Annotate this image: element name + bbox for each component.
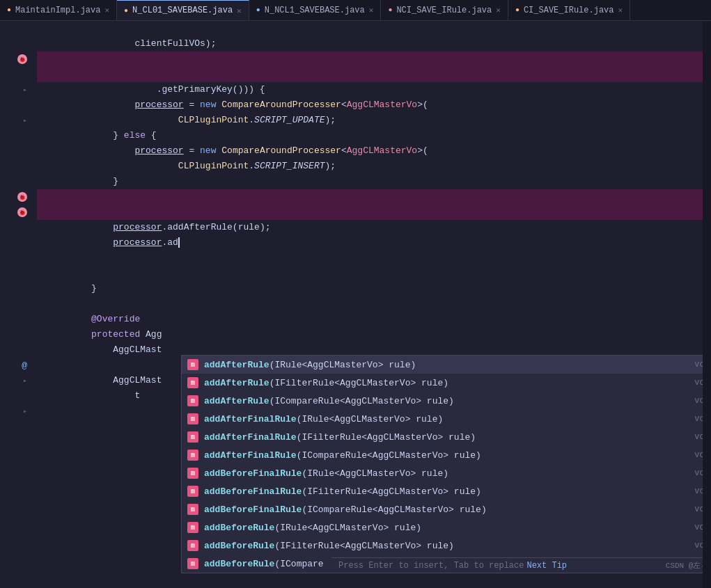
gutter-line-20 xyxy=(0,312,31,327)
ac-method-icon-11: m xyxy=(187,540,198,551)
gutter-line-1 xyxy=(0,21,31,36)
gutter-line-23: @ xyxy=(0,358,31,373)
gutter-line-5: ▸ xyxy=(0,82,31,97)
fold-dot-7[interactable]: ▸ xyxy=(23,116,27,125)
gutter-line-25 xyxy=(0,388,31,404)
tab-maintainimpl[interactable]: ● MaintainImpl.java ✕ xyxy=(0,0,117,21)
tab-nci[interactable]: ● NCI_SAVE_IRule.java ✕ xyxy=(381,0,508,21)
ac-method-text-2: addAfterRule(IFilterRule<AggCLMasterVo> … xyxy=(204,378,689,388)
ac-method-text-6: addAfterFinalRule(ICompareRule<AggCLMast… xyxy=(204,450,689,461)
ac-method-text-1: addAfterRule(IRule<AggCLMasterVo> rule) xyxy=(204,360,689,370)
ac-method-icon-10: m xyxy=(187,522,198,533)
tab-icon-ci: ● xyxy=(515,6,519,14)
code-line-5: processor = new CompareAroundProcesser<A… xyxy=(37,82,703,97)
gutter-line-17 xyxy=(0,266,31,281)
code-line-3: if (!StringUtil.isEmptyWithTrim(clientFu… xyxy=(37,51,703,67)
ac-method-icon-3: m xyxy=(187,395,198,406)
gutter-line-3: 🐞 xyxy=(0,51,31,67)
gutter-line-8 xyxy=(0,128,31,143)
code-line-9: CLPluginPoint.SCRIPT_INSERT); xyxy=(37,143,703,159)
gutter-line-22 xyxy=(0,342,31,358)
ac-method-icon-8: m xyxy=(187,486,198,497)
tab-close-ci[interactable]: ✕ xyxy=(618,6,623,15)
code-line-17: } xyxy=(37,266,703,281)
code-line-15 xyxy=(37,235,703,251)
csdn-label: CSDN @左-右 xyxy=(666,560,703,571)
code-line-2: clientFullVOs = tool.getClientFullInfoBi… xyxy=(37,36,703,51)
autocomplete-item-10[interactable]: m addBeforeRule(IRule<AggCLMasterVo> rul… xyxy=(182,518,703,537)
tab-icon-nci: ● xyxy=(388,6,392,14)
autocomplete-item-3[interactable]: m addAfterRule(ICompareRule<AggCLMasterV… xyxy=(182,392,703,410)
breakpoint-13[interactable]: 🐞 xyxy=(17,207,27,217)
ac-type-10: void xyxy=(694,523,703,532)
ac-method-text-8: addBeforeFinalRule(IFilterRule<AggCLMast… xyxy=(204,486,689,497)
autocomplete-item-7[interactable]: m addBeforeFinalRule(IRule<AggCLMasterVo… xyxy=(182,464,703,482)
ac-method-text-5: addAfterFinalRule(IFilterRule<AggCLMaste… xyxy=(204,432,689,443)
gutter-line-24: ▸ xyxy=(0,373,31,388)
next-tip-button[interactable]: Next Tip xyxy=(526,561,567,571)
autocomplete-item-11[interactable]: m addBeforeRule(IFilterRule<AggCLMasterV… xyxy=(182,537,703,555)
tab-ncl01[interactable]: ● N_CL01_SAVEBASE.java ✕ xyxy=(117,0,249,21)
tab-bar: ● MaintainImpl.java ✕ ● N_CL01_SAVEBASE.… xyxy=(0,0,711,21)
code-line-19: @Override xyxy=(37,296,703,312)
ac-type-3: void xyxy=(694,396,703,406)
gutter-line-14 xyxy=(0,220,31,235)
fold-dot-5[interactable]: ▸ xyxy=(23,86,27,94)
tab-icon-ncl1: ● xyxy=(256,6,260,14)
tab-close-ncl1[interactable]: ✕ xyxy=(369,6,374,15)
ac-type-7: void xyxy=(694,468,703,478)
ac-method-icon-5: m xyxy=(187,431,198,443)
gutter-line-6 xyxy=(0,97,31,113)
ac-method-icon-1: m xyxy=(187,359,198,370)
ac-method-icon-6: m xyxy=(187,450,198,461)
ac-type-1: void xyxy=(694,360,703,370)
gutter-line-12: 🐞 xyxy=(0,189,31,205)
at-icon-23: @ xyxy=(22,360,27,371)
gutter-line-13: 🐞 xyxy=(0,205,31,220)
code-line-8: processor = new CompareAroundProcesser<A… xyxy=(37,128,703,143)
ac-type-11: void xyxy=(694,541,703,550)
tab-close-maintainimpl[interactable]: ✕ xyxy=(104,6,109,15)
autocomplete-item-1[interactable]: m addAfterRule(IRule<AggCLMasterVo> rule… xyxy=(182,356,703,374)
tab-close-ncl01[interactable]: ✕ xyxy=(237,6,242,15)
ac-type-4: void xyxy=(694,414,703,424)
ac-method-text-11: addBeforeRule(IFilterRule<AggCLMasterVo>… xyxy=(204,541,689,551)
gutter-line-21 xyxy=(0,327,31,342)
tab-ci[interactable]: ● CI_SAVE_IRule.java ✕ xyxy=(508,0,630,21)
fold-dot-26[interactable]: ▸ xyxy=(23,407,27,415)
editor-container: 🐞 ▸ ▸ 🐞 🐞 @ ▸ xyxy=(0,21,711,588)
gutter-line-4 xyxy=(0,67,31,82)
status-insert-text: Press Enter to insert, Tab to replace xyxy=(338,561,524,571)
autocomplete-item-9[interactable]: m addBeforeFinalRule(ICompareRule<AggCLM… xyxy=(182,500,703,518)
gutter-line-16 xyxy=(0,251,31,266)
code-line-14: processor.ad xyxy=(37,220,703,235)
code-line-12: IRule<AggCLMasterVo> rule= new Cl_SAVE_I… xyxy=(37,189,703,205)
autocomplete-status-bar: Press Enter to insert, Tab to replace Ne… xyxy=(331,557,703,573)
autocomplete-item-4[interactable]: m addAfterFinalRule(IRule<AggCLMasterVo>… xyxy=(182,410,703,428)
code-area[interactable]: clientFullVOs); clientFullVOs = tool.get… xyxy=(31,21,703,588)
tab-close-nci[interactable]: ✕ xyxy=(496,6,501,15)
gutter-line-2 xyxy=(0,36,31,51)
autocomplete-dropdown[interactable]: m addAfterRule(IRule<AggCLMasterVo> rule… xyxy=(181,355,703,573)
breakpoint-12[interactable]: 🐞 xyxy=(17,192,27,202)
code-line-21: AggCLMast xyxy=(37,327,703,342)
autocomplete-item-8[interactable]: m addBeforeFinalRule(IFilterRule<AggCLMa… xyxy=(182,482,703,500)
autocomplete-item-6[interactable]: m addAfterFinalRule(ICompareRule<AggCLMa… xyxy=(182,446,703,464)
gutter: 🐞 ▸ ▸ 🐞 🐞 @ ▸ xyxy=(0,21,31,588)
ac-method-icon-2: m xyxy=(187,377,198,388)
ac-type-6: void xyxy=(694,450,703,460)
breakpoint-3[interactable]: 🐞 xyxy=(17,54,27,64)
autocomplete-item-2[interactable]: m addAfterRule(IFilterRule<AggCLMasterVo… xyxy=(182,374,703,392)
ac-method-text-4: addAfterFinalRule(IRule<AggCLMasterVo> r… xyxy=(204,414,689,424)
fold-dot-24[interactable]: ▸ xyxy=(23,376,27,385)
gutter-line-10 xyxy=(0,159,31,174)
gutter-line-28 xyxy=(0,434,31,450)
code-line-11: // TODO 在此处添加前后规则 xyxy=(37,174,703,189)
gutter-line-11 xyxy=(0,174,31,189)
right-scrollbar[interactable] xyxy=(703,21,711,588)
autocomplete-item-5[interactable]: m addAfterFinalRule(IFilterRule<AggCLMas… xyxy=(182,428,703,446)
ac-method-text-9: addBeforeFinalRule(ICompareRule<AggCLMas… xyxy=(204,504,689,515)
ac-method-icon-12: m xyxy=(187,558,198,569)
ac-type-8: void xyxy=(694,486,703,496)
tab-ncl1[interactable]: ● N_NCL1_SAVEBASE.java ✕ xyxy=(249,0,382,21)
